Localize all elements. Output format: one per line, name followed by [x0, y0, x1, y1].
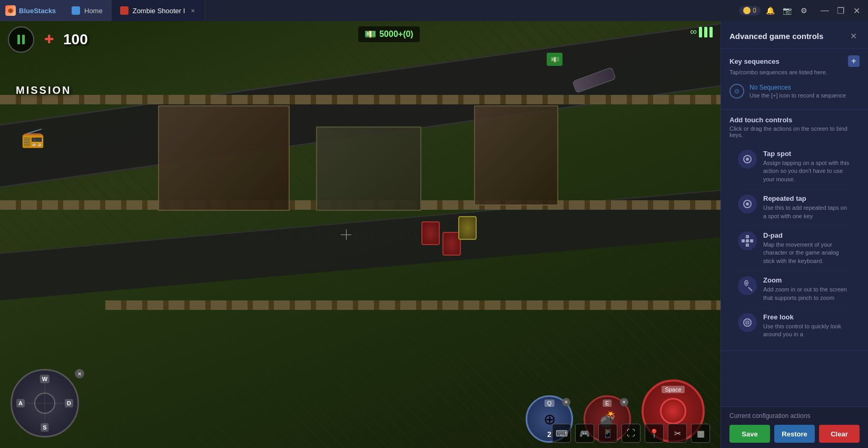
- building-3: [474, 105, 558, 206]
- dpad-close-button[interactable]: ✕: [75, 369, 84, 378]
- add-sequence-button[interactable]: +: [848, 55, 860, 67]
- pause-bar-1: [17, 35, 20, 44]
- game-area[interactable]: ZOMBIE SHOOTER 💵 ✚: [0, 21, 721, 448]
- svg-point-5: [746, 202, 749, 206]
- space-key-label: Space: [662, 386, 684, 393]
- title-bar: BlueStacks Home Zombie Shooter I ✕ 0 🔔 📷…: [0, 0, 868, 21]
- action-btn-q-close[interactable]: ✕: [562, 398, 570, 406]
- grid-icon[interactable]: ▦: [691, 424, 710, 443]
- game-tab[interactable]: Zombie Shooter I ✕: [112, 0, 206, 21]
- title-bar-right: 0 🔔 📷 ⚙ — ❐ ✕: [739, 3, 868, 18]
- save-button[interactable]: Save: [729, 425, 770, 443]
- panel-header: Advanced game controls ✕: [721, 21, 868, 49]
- ammo-bar-1: [699, 27, 702, 37]
- svg-point-13: [746, 283, 747, 284]
- money-icon: 💵: [364, 28, 376, 40]
- action-btn-q-key: Q: [545, 400, 555, 407]
- mobile-icon[interactable]: 📱: [598, 424, 617, 443]
- game-background: ZOMBIE SHOOTER 💵 ✚: [0, 21, 721, 448]
- title-bar-left: BlueStacks Home Zombie Shooter I ✕: [0, 0, 205, 21]
- panel-spacer: [721, 351, 868, 406]
- bottom-toolbar: ⌨ 🎮 📱 ⛶ 📍 ✂ ▦: [552, 424, 710, 443]
- svg-point-17: [747, 322, 748, 323]
- zoom-control-desc: Add zoom in or out to the screen that su…: [763, 286, 851, 302]
- expand-icon[interactable]: ⛶: [622, 424, 640, 443]
- dpad-control-item[interactable]: D-pad Map the movement of your character…: [738, 226, 851, 271]
- svg-rect-9: [750, 239, 753, 242]
- app-name: BlueStacks: [19, 7, 56, 15]
- location-icon[interactable]: 📍: [645, 424, 664, 443]
- svg-point-3: [746, 158, 749, 161]
- repeated-tap-item[interactable]: Repeated tap Use this to add repeated ta…: [738, 189, 851, 226]
- tap-spot-desc: Assign tapping on a spot with this actio…: [763, 159, 851, 183]
- hud-center: 💵 5000+(0): [358, 26, 420, 42]
- app-logo: BlueStacks: [0, 0, 63, 21]
- coin-icon: [743, 7, 751, 14]
- zoom-control-icon: [738, 276, 757, 295]
- free-look-info: Free look Use this control to quickly lo…: [763, 313, 851, 339]
- hud-left: ✚ 100: [8, 26, 88, 53]
- building-1: [158, 105, 290, 211]
- add-touch-controls-desc: Click or drag the actions on the screen …: [729, 125, 860, 138]
- dpad-control-icon: [738, 231, 757, 250]
- clear-button[interactable]: Clear: [819, 425, 860, 443]
- close-button[interactable]: ✕: [850, 4, 863, 17]
- dpad-key-a: A: [16, 399, 25, 407]
- space-btn-circle: [660, 398, 686, 424]
- maximize-button[interactable]: ❐: [834, 4, 847, 17]
- ammo-bar-2: [704, 27, 707, 37]
- building-2: [316, 126, 421, 211]
- minimize-button[interactable]: —: [818, 4, 831, 17]
- tab-close-icon[interactable]: ✕: [189, 7, 196, 14]
- no-sequences-desc: Use the [+] icon to record a sequence: [749, 92, 846, 99]
- fence-top: [0, 95, 721, 104]
- svg-line-14: [748, 287, 752, 291]
- notification-icon[interactable]: 🔔: [763, 3, 777, 18]
- config-section: Current configuration actions Save Resto…: [721, 406, 868, 448]
- tap-spot-name: Tap spot: [763, 150, 851, 158]
- config-buttons: Save Restore Clear: [729, 425, 860, 443]
- repeated-tap-desc: Use this to add repeated taps on a spot …: [763, 204, 851, 220]
- free-look-item[interactable]: Free look Use this control to quickly lo…: [738, 308, 851, 344]
- key-sequences-title: Key sequences: [729, 57, 780, 65]
- add-touch-controls-title: Add touch controls: [729, 116, 860, 124]
- restore-button[interactable]: Restore: [774, 425, 815, 443]
- pause-icon: [17, 35, 25, 44]
- walkie-talkie: 📻: [21, 126, 45, 149]
- dpad[interactable]: W A S D: [11, 369, 79, 437]
- ammo-bar-3: [709, 27, 713, 37]
- zoom-control-item[interactable]: Zoom Add zoom in or out to the screen th…: [738, 271, 851, 308]
- keyboard-icon[interactable]: ⌨: [552, 424, 571, 443]
- action-btn-e-key: E: [603, 400, 611, 407]
- panel-close-button[interactable]: ✕: [847, 30, 860, 42]
- gamepad-icon[interactable]: 🎮: [575, 424, 594, 443]
- home-tab[interactable]: Home: [63, 0, 112, 21]
- side-panel: Advanced game controls ✕ Key sequences +…: [721, 21, 868, 448]
- repeated-tap-icon: [738, 194, 757, 213]
- infinity-icon: ∞: [690, 26, 697, 37]
- game-hud: ✚ 100 💵 5000+(0) ∞: [0, 21, 721, 58]
- add-touch-controls-section: Add touch controls Click or drag the act…: [721, 110, 868, 351]
- no-sequences-title: No Sequences: [749, 84, 846, 91]
- repeated-tap-info: Repeated tap Use this to add repeated ta…: [763, 194, 851, 220]
- dpad-key-s: S: [41, 423, 48, 432]
- key-sequences-section: Key sequences + Tap/combo sequences are …: [721, 49, 868, 110]
- dpad-line-v: [45, 377, 45, 429]
- pause-button[interactable]: [8, 26, 34, 53]
- pause-bar-2: [22, 35, 25, 44]
- coin-display: 0: [739, 6, 761, 15]
- dpad-control-desc: Map the movement of your character or th…: [763, 241, 851, 265]
- dpad-container: ✕ W A S D: [11, 369, 84, 443]
- main-content: ZOMBIE SHOOTER 💵 ✚: [0, 21, 868, 448]
- settings-icon[interactable]: ⚙: [796, 3, 811, 18]
- scissors-icon[interactable]: ✂: [668, 424, 687, 443]
- controls-list: Tap spot Assign tapping on a spot with t…: [729, 144, 860, 344]
- camera-icon[interactable]: 📷: [780, 3, 794, 18]
- zoom-control-info: Zoom Add zoom in or out to the screen th…: [763, 276, 851, 302]
- window-controls: — ❐ ✕: [818, 4, 863, 17]
- svg-rect-10: [746, 239, 749, 242]
- game-tab-icon: [120, 6, 129, 15]
- tap-spot-item[interactable]: Tap spot Assign tapping on a spot with t…: [738, 144, 851, 189]
- money-display: 💵 5000+(0): [358, 26, 420, 42]
- action-btn-e-close[interactable]: ✕: [620, 398, 628, 406]
